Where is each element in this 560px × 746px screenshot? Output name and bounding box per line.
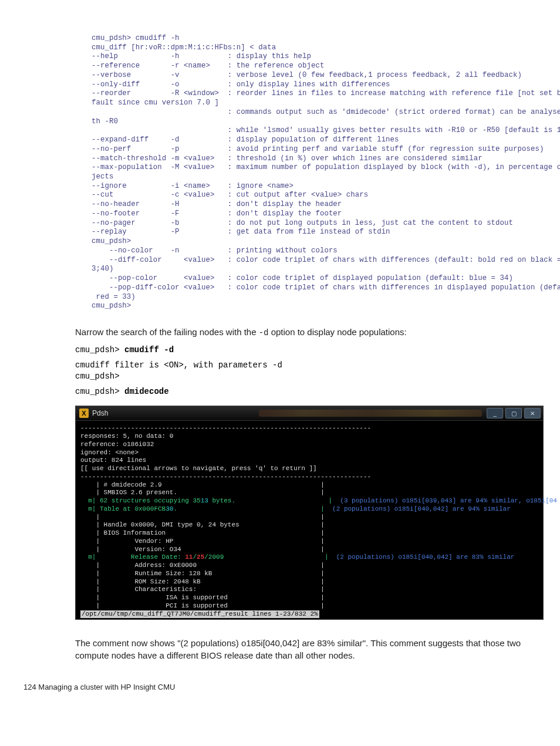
pdsh-terminal-content: ----------------------------------------… (76, 421, 543, 619)
para1-code: -d (259, 328, 269, 337)
prompt-1: cmu_pdsh> (75, 345, 124, 355)
cmd-dmidecode: dmidecode (124, 387, 169, 396)
prompt-2: cmu_pdsh> (75, 371, 560, 383)
pdsh-title: Pdsh (92, 409, 108, 417)
maximize-button[interactable]: ▢ (505, 408, 522, 418)
minimize-button[interactable]: _ (487, 408, 503, 418)
para-narrow-search: Narrow the search of the failing nodes w… (75, 326, 560, 339)
cmd-cmudiff-d: cmudiff -d (124, 345, 174, 355)
close-button[interactable]: ✕ (524, 408, 541, 418)
page-footer: 124 Managing a cluster with HP Insight C… (23, 683, 560, 691)
pdsh-titlebar: X Pdsh _ ▢ ✕ (76, 406, 543, 421)
window-controls: _ ▢ ✕ (487, 408, 543, 418)
cmudiff-help-output: cmu_pdsh> cmudiff -h cmu_diff [hr:voR::d… (92, 34, 560, 311)
para1-text-a: Narrow the search of the failing nodes w… (75, 327, 259, 337)
titlebar-blur (259, 410, 482, 417)
para-comment-explain: The comment now shows "(2 populations) o… (75, 637, 539, 661)
cmudiff-d-commands: cmu_pdsh> cmudiff -d cmudiff filter is <… (75, 345, 560, 397)
cmudiff-filter-line: cmudiff filter is <ON>, with parameters … (75, 360, 560, 372)
para1-text-b: option to display node populations: (268, 327, 406, 337)
pdsh-window: X Pdsh _ ▢ ✕ ---------------------------… (75, 406, 544, 620)
pdsh-app-icon: X (79, 409, 89, 418)
prompt-3: cmu_pdsh> (75, 387, 124, 396)
pager-status: /opt/cmu/tmp/cmu_diff_QT7JM0/cmudiff_res… (80, 610, 319, 619)
